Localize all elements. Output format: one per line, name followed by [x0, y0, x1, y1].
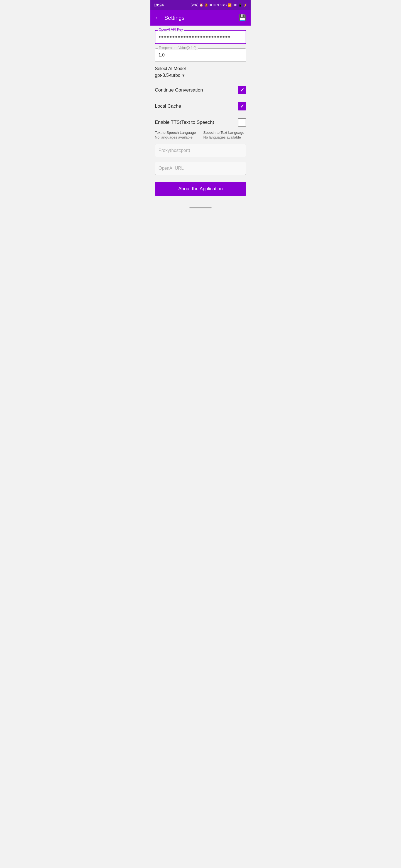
model-dropdown[interactable]: gpt-3.5-turbo ▼: [155, 73, 185, 79]
temperature-container: Temperature Value(0-1.0): [155, 49, 246, 62]
vpn-icon: VPN: [191, 3, 198, 7]
continue-conversation-checkbox[interactable]: ✓: [238, 86, 246, 94]
bluetooth-icon: ✱: [209, 3, 212, 7]
api-key-container: OpenAI API Key: [155, 30, 246, 44]
local-cache-checkbox[interactable]: ✓: [238, 102, 246, 111]
stt-language-value: No languages available: [203, 135, 246, 140]
status-time: 19:24: [154, 3, 164, 7]
enable-tts-row: Enable TTS(Text to Speech): [155, 117, 246, 128]
alarm-icon: ⏰: [199, 3, 203, 7]
stt-language-title: Speech to Text Language: [203, 130, 246, 135]
about-button[interactable]: About the Application: [155, 182, 246, 196]
continue-conversation-label: Continue Conversation: [155, 87, 203, 93]
checkmark-icon: ✓: [240, 87, 244, 93]
dropdown-arrow-icon: ▼: [181, 73, 185, 78]
hd-icon: HD: [233, 3, 237, 7]
enable-tts-label: Enable TTS(Text to Speech): [155, 120, 214, 125]
language-row: Text to Speech Language No languages ava…: [155, 130, 246, 140]
tts-language-title: Text to Speech Language: [155, 130, 198, 135]
api-key-label: OpenAI API Key: [157, 28, 184, 31]
tts-language-col: Text to Speech Language No languages ava…: [155, 130, 198, 140]
app-bar-left: ← Settings: [155, 14, 184, 22]
tts-language-value: No languages available: [155, 135, 198, 140]
app-bar: ← Settings 💾: [150, 10, 251, 26]
battery-icon: ⚡: [244, 3, 247, 7]
enable-tts-checkbox[interactable]: [238, 118, 246, 127]
app-bar-title: Settings: [164, 15, 184, 21]
temperature-label: Temperature Value(0-1.0): [157, 46, 198, 50]
status-icons: VPN ⏰ 🔕 ✱ 0.69 KB/S 📶 HD 📱 ⚡: [191, 3, 247, 7]
settings-content: OpenAI API Key Temperature Value(0-1.0) …: [150, 26, 251, 205]
openai-url-input[interactable]: [155, 162, 246, 175]
temperature-input[interactable]: [155, 49, 246, 62]
save-button[interactable]: 💾: [239, 14, 246, 22]
checkmark-icon: ✓: [240, 103, 244, 109]
bottom-indicator: [189, 207, 212, 208]
continue-conversation-row: Continue Conversation ✓: [155, 85, 246, 95]
local-cache-label: Local Cache: [155, 103, 181, 109]
wifi-icon: 📶: [228, 3, 232, 7]
openai-url-container: [155, 162, 246, 175]
model-value: gpt-3.5-turbo: [155, 73, 180, 78]
status-bar: 19:24 VPN ⏰ 🔕 ✱ 0.69 KB/S 📶 HD 📱 ⚡: [150, 0, 251, 10]
back-button[interactable]: ←: [155, 14, 161, 22]
api-key-input[interactable]: [155, 30, 246, 44]
proxy-input[interactable]: [155, 144, 246, 157]
bottom-bar: [150, 205, 251, 212]
select-model-label: Select AI Model: [155, 66, 246, 71]
network-speed: 0.69 KB/S: [213, 3, 227, 7]
local-cache-row: Local Cache ✓: [155, 101, 246, 112]
select-model-section: Select AI Model gpt-3.5-turbo ▼: [155, 66, 246, 79]
proxy-container: [155, 144, 246, 157]
stt-language-col: Speech to Text Language No languages ava…: [203, 130, 246, 140]
signal-icon: 📱: [238, 3, 242, 7]
mute-icon: 🔕: [204, 3, 208, 7]
